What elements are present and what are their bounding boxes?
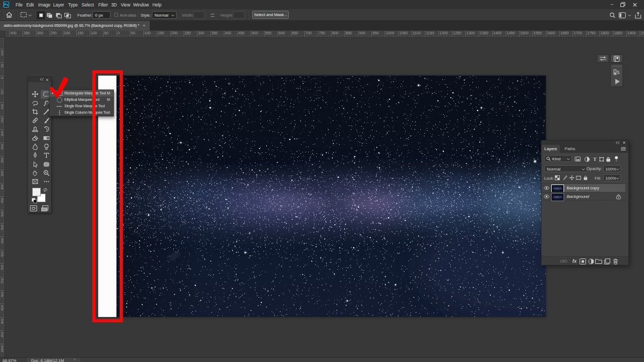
svg-text:5: 5	[617, 70, 620, 75]
